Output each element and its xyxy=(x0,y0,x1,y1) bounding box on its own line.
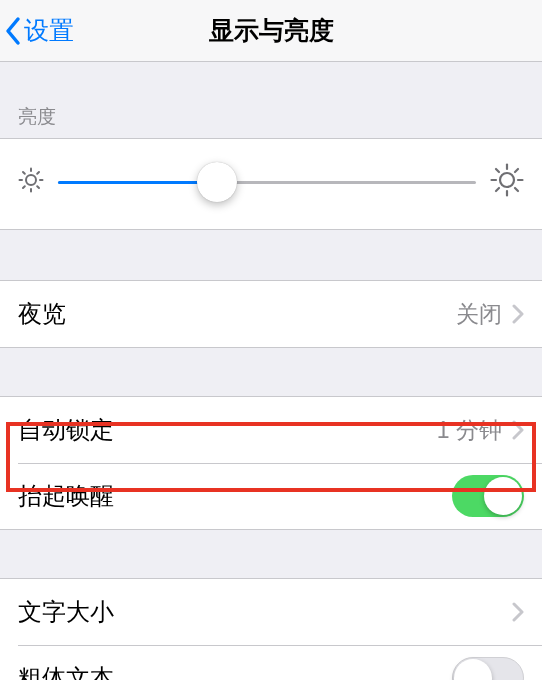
svg-line-16 xyxy=(496,188,499,191)
bold-text-toggle[interactable] xyxy=(452,657,524,680)
sun-high-icon xyxy=(490,163,524,201)
back-label: 设置 xyxy=(24,14,74,47)
auto-lock-value: 1 分钟 xyxy=(437,415,502,446)
svg-line-7 xyxy=(23,186,25,188)
svg-line-6 xyxy=(37,186,39,188)
brightness-slider-fill xyxy=(58,181,217,184)
svg-point-0 xyxy=(26,175,36,185)
bold-text-row: 粗体文本 xyxy=(0,645,542,680)
brightness-row xyxy=(0,139,542,229)
night-shift-value: 关闭 xyxy=(456,299,502,330)
page-title: 显示与亮度 xyxy=(0,14,542,47)
svg-line-5 xyxy=(23,172,25,174)
chevron-right-icon xyxy=(512,304,524,324)
chevron-left-icon xyxy=(4,16,22,46)
night-shift-label: 夜览 xyxy=(18,298,456,330)
text-size-label: 文字大小 xyxy=(18,596,512,628)
lock-wake-group: 自动锁定 1 分钟 抬起唤醒 xyxy=(0,396,542,530)
night-shift-group: 夜览 关闭 xyxy=(0,280,542,348)
auto-lock-label: 自动锁定 xyxy=(18,414,437,446)
brightness-group xyxy=(0,138,542,230)
navbar: 设置 显示与亮度 xyxy=(0,0,542,62)
brightness-slider[interactable] xyxy=(58,181,476,184)
raise-to-wake-toggle[interactable] xyxy=(452,475,524,517)
raise-to-wake-label: 抬起唤醒 xyxy=(18,480,452,512)
svg-line-15 xyxy=(515,188,518,191)
raise-to-wake-row: 抬起唤醒 xyxy=(0,463,542,529)
svg-line-17 xyxy=(515,169,518,172)
svg-line-8 xyxy=(37,172,39,174)
toggle-knob xyxy=(454,659,492,680)
text-group: 文字大小 粗体文本 xyxy=(0,578,542,680)
svg-point-9 xyxy=(500,173,514,187)
svg-line-14 xyxy=(496,169,499,172)
brightness-slider-thumb[interactable] xyxy=(197,162,237,202)
bold-text-label: 粗体文本 xyxy=(18,662,452,680)
auto-lock-row[interactable]: 自动锁定 1 分钟 xyxy=(0,397,542,463)
night-shift-row[interactable]: 夜览 关闭 xyxy=(0,281,542,347)
text-size-row[interactable]: 文字大小 xyxy=(0,579,542,645)
sun-low-icon xyxy=(18,167,44,197)
brightness-header: 亮度 xyxy=(0,62,542,138)
back-button[interactable]: 设置 xyxy=(0,14,74,47)
chevron-right-icon xyxy=(512,420,524,440)
toggle-knob xyxy=(484,477,522,515)
chevron-right-icon xyxy=(512,602,524,622)
